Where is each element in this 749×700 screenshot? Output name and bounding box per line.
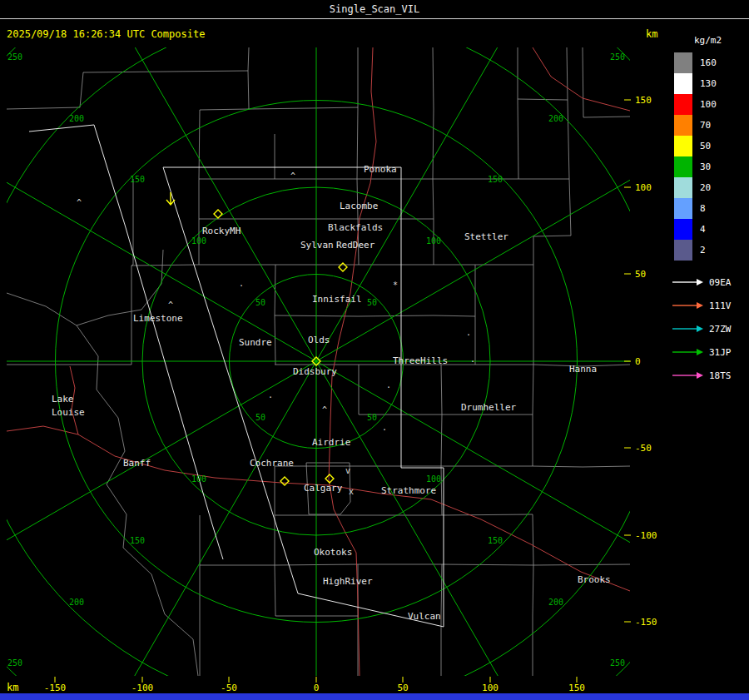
city-label: Sundre	[239, 337, 272, 348]
legend-entry: 20	[671, 177, 749, 198]
legend-scale: 16013010070503020842	[671, 52, 749, 261]
county-boundary	[275, 315, 475, 316]
county-boundary	[433, 47, 434, 219]
range-ring-label: 50	[367, 298, 377, 307]
legend-value-label: 160	[700, 57, 717, 68]
county-boundary	[275, 265, 275, 365]
legend-color-swatch	[674, 177, 692, 198]
city-label: Limestone	[133, 313, 183, 324]
city-label: Calgary	[304, 483, 343, 494]
county-boundary	[533, 466, 630, 467]
track-arrow-icon	[671, 277, 704, 287]
range-ring-label: 250	[7, 658, 22, 668]
city-label: Lacombe	[340, 201, 378, 211]
county-boundary	[441, 564, 442, 676]
city-label: Okotoks	[314, 547, 352, 558]
map-point-symbol: ^	[77, 198, 82, 207]
track-id-label: 31JP	[709, 347, 732, 358]
range-ring-label: 50	[255, 298, 265, 307]
storm-track-row: 18TS	[671, 364, 749, 387]
city-diamond-marker	[214, 210, 222, 218]
map-point-symbol: x	[349, 487, 354, 496]
city-label: Olds	[308, 335, 330, 345]
legend-entry: 2	[671, 240, 749, 261]
legend-value-label: 4	[700, 224, 706, 235]
bottom-axis-tick-label: 150	[568, 683, 585, 693]
city-label: Vulcan	[408, 611, 441, 622]
range-ring-label: 250	[610, 658, 625, 668]
range-ring-label: 100	[426, 474, 441, 484]
storm-track-row: 09EA	[671, 271, 749, 294]
storm-motion-arrow	[166, 192, 175, 205]
map-point-symbol: ·	[239, 281, 244, 290]
legend-entry: 4	[671, 219, 749, 240]
legend-value-label: 2	[700, 245, 706, 256]
legend-color-swatch	[674, 219, 692, 240]
legend-color-swatch	[674, 115, 692, 136]
legend-color-swatch	[674, 198, 692, 219]
city-label: RockyMH	[202, 226, 241, 236]
legend-entry: 70	[671, 115, 749, 136]
range-ring-label: 200	[69, 598, 84, 607]
city-label: Strathmore	[381, 485, 436, 496]
bottom-axis-tick-label: -100	[131, 683, 154, 693]
county-boundary	[200, 564, 630, 565]
city-label: RedDeer	[336, 240, 375, 251]
legend-value-label: 130	[700, 78, 717, 89]
map-point-symbol: *	[393, 280, 398, 290]
city-diamond-marker	[280, 477, 289, 485]
range-ring-label: 250	[7, 52, 22, 62]
track-id-label: 27ZW	[709, 324, 732, 335]
range-ring-label: 50	[255, 413, 265, 422]
range-ring	[0, 13, 664, 700]
legend-color-swatch	[674, 94, 692, 115]
legend-entry: 8	[671, 198, 749, 219]
map-point-symbol: ·	[382, 425, 387, 434]
legend-color-swatch	[674, 156, 692, 177]
right-axis-tick-label: -50	[635, 443, 652, 454]
right-axis-tick-label: 100	[635, 182, 652, 193]
track-arrow-icon	[671, 370, 704, 380]
map-point-symbol: ^	[322, 405, 327, 415]
bottom-axis-tick-label: 0	[314, 683, 320, 693]
radar-display: ^^^^v*x······ PonokaLacombeBlackfaldsRed…	[0, 0, 749, 700]
county-boundary	[131, 265, 533, 266]
legend-entry: 100	[671, 94, 749, 115]
taskbar-strip	[0, 693, 749, 700]
city-label: Lake	[52, 394, 74, 405]
legend-color-swatch	[674, 240, 692, 261]
legend-entry: 30	[671, 156, 749, 177]
city-label: Ponoka	[364, 164, 397, 175]
legend-color-swatch	[674, 73, 692, 94]
range-ring-label: 100	[191, 474, 206, 484]
county-boundary	[518, 47, 568, 100]
county-boundary	[7, 47, 249, 109]
coverage-edge	[29, 125, 94, 132]
legend-entry: 50	[671, 136, 749, 156]
range-ring-label: 150	[130, 175, 145, 184]
city-label: Blackfalds	[328, 222, 383, 233]
legend-value-label: 70	[700, 120, 711, 131]
city-label: Brooks	[578, 574, 611, 585]
city-label: Banff	[123, 458, 151, 469]
legend-value-label: 100	[700, 99, 717, 110]
legend-entry: 130	[671, 73, 749, 94]
county-boundary	[533, 265, 533, 466]
track-arrow-icon	[671, 347, 704, 357]
bottom-axis-tick-label: -150	[44, 683, 67, 693]
legend-value-label: 50	[700, 141, 711, 151]
storm-track-row: 27ZW	[671, 317, 749, 340]
storm-track-list: 09EA111V27ZW31JP18TS	[671, 271, 749, 387]
range-ring-label: 200	[548, 598, 563, 607]
city-label: Drumheller	[461, 402, 517, 413]
legend-color-swatch	[674, 52, 692, 73]
track-id-label: 09EA	[709, 277, 732, 288]
city-label: Stettler	[464, 231, 508, 242]
county-boundary	[475, 365, 630, 366]
city-diamond-marker	[325, 474, 334, 483]
city-label: Airdrie	[312, 437, 350, 448]
map-point-symbol: ·	[268, 393, 273, 402]
city-label: Cochrane	[250, 458, 294, 469]
map-point-symbol: ^	[168, 300, 173, 310]
city-label: Didsbury	[293, 366, 337, 377]
